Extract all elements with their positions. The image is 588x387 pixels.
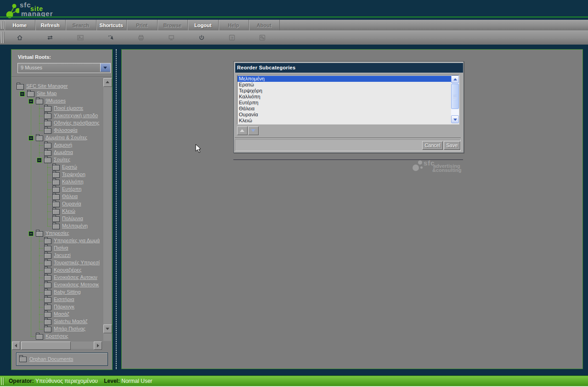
tree-row: Θάλεια [12,193,102,200]
menu-item-home[interactable]: Home [5,20,35,30]
collapse-icon[interactable] [28,99,34,104]
tree-item-link[interactable]: Jacuzzi [54,252,71,258]
menu-item-logout[interactable]: Logout [188,20,219,30]
tree-item-link[interactable]: Τερψιχόρη [62,171,85,177]
tree-item-link[interactable]: Μπάρ Πισίνας [54,326,85,331]
collapse-icon[interactable] [28,231,34,236]
menu-item-shortcuts[interactable]: Shortcuts [96,20,127,30]
tree-row: Μασάζ [12,311,102,318]
tree-item-link[interactable]: Ποιοί είμαστε [54,105,83,111]
orphan-documents-panel[interactable]: Orphan Documents [16,353,108,366]
panel-splitter[interactable] [116,49,117,369]
menubar-grip[interactable] [1,21,4,29]
tree-item-link[interactable]: Θάλεια [62,194,78,199]
shortcuts-tool-button[interactable] [96,30,126,45]
folder-icon [19,357,27,362]
tree-item-link[interactable]: 9Musses [45,98,66,103]
subcategories-listbox[interactable]: ΜελπομένηΕρατώΤερψιχόρηΚαλλιόπηΕυτέρπηΘά… [237,75,459,125]
tree-vertical-scrollbar[interactable] [103,78,111,341]
tree-item-link[interactable]: Κρουαζιέρες [54,267,82,273]
menu-item-refresh[interactable]: Refresh [35,20,66,30]
tree-connector-stub [39,108,43,109]
tree-item-link[interactable]: Υπηρεσίες [45,230,69,236]
collapse-icon[interactable] [20,91,25,97]
tree-connector-stub [39,285,43,285]
folder-icon [52,187,60,193]
tree-connector-stub [39,270,43,271]
listbox-item[interactable]: Κλειώ [237,118,459,124]
refresh-tool-button[interactable] [35,30,65,45]
listbox-item[interactable]: Καλλιόπη [237,94,459,100]
listbox-item[interactable]: Ερατώ [237,82,459,88]
scroll-left-icon[interactable] [12,341,20,350]
scroll-right-icon[interactable] [94,341,102,350]
menu-item-browse: Browse [158,20,188,30]
tree-item-link[interactable]: Φιλοσοφία [54,127,78,133]
chevron-down-icon[interactable] [100,63,110,72]
scroll-down-icon[interactable] [103,324,112,333]
tree-item-link[interactable]: Τουριστικές Υπηρεσί [54,260,100,265]
search-icon [77,34,84,41]
tree-row: SFC Site Manager [12,83,102,90]
hscroll-thumb[interactable] [21,341,71,350]
folder-icon [44,275,51,281]
tree-horizontal-scrollbar[interactable] [12,341,102,349]
save-button[interactable]: Save [444,141,460,150]
folder-icon [44,121,51,126]
tree-item-link[interactable]: Διαμονή [54,142,72,148]
collapse-icon[interactable] [28,136,34,141]
tree-row: Ενοικιάσεις Αυτοκιν [12,274,102,281]
tree-item-link[interactable]: Μελπομένη [62,223,88,228]
statusbar-grip [1,377,4,385]
tree-item-link[interactable]: Πισίνα [54,245,68,250]
virtual-roots-select[interactable]: 9 Musses [17,63,111,73]
tree-item-link[interactable]: Κλειώ [62,208,75,214]
move-down-button[interactable] [248,126,259,135]
tree-connector-stub [39,248,43,249]
tree-item-link[interactable]: Πολύμνια [62,216,83,221]
folder-icon [44,327,51,332]
tree-connector-stub [47,226,51,227]
tree-item-link[interactable]: Μασάζ [54,311,69,317]
orphan-documents-link[interactable]: Orphan Documents [29,356,73,362]
scroll-up-icon[interactable] [103,78,112,87]
tree-item-link[interactable]: Υλικοτεχνική υποδο [54,113,98,118]
tree-item-link[interactable]: Σουίτες [54,157,70,162]
listbox-item[interactable]: Θάλεια [237,106,459,112]
tree-item-link[interactable]: Ενοικιάσεις Αυτοκιν [54,274,97,280]
tree-item-link[interactable]: Δωμάτια & Σουίτες [45,135,87,140]
icon-toolbar: ? [0,30,588,45]
tree-item-link[interactable]: Εισιτήρια [54,296,74,302]
tree-item-link[interactable]: Υπηρεσίες για Δωμά [54,238,100,243]
listbox-item[interactable]: Τερψιχόρη [237,88,459,94]
toolbar-grip[interactable] [1,32,4,43]
listbox-item[interactable]: Ουρανία [237,112,459,118]
tree-item-link[interactable]: Ευτέρπη [62,186,81,192]
folder-icon [44,305,51,310]
tree-item-link[interactable]: Baby Sitting [54,289,81,295]
tree-item-link[interactable]: Καλλιόπη [62,179,84,184]
listbox-item[interactable]: Μελπομένη [237,76,451,82]
tree-item-link[interactable]: Ουρανία [62,201,81,206]
tree-item-link[interactable]: Site Map [37,91,57,96]
home-icon [16,34,23,41]
cancel-button[interactable]: Cancel [422,141,443,150]
tree-row: Εισιτήρια [12,296,102,303]
tree-connector-stub [39,256,43,256]
tree-item-link[interactable]: Δωμάτια [54,149,73,155]
logout-tool-button[interactable] [187,30,217,45]
tree-item-link[interactable]: Κρατήσεις [45,333,68,339]
tree-item-link[interactable]: Οδηγίες πρόσβασης [54,120,100,125]
move-up-button[interactable] [237,126,248,135]
listbox-item[interactable]: Ευτέρπη [237,100,459,106]
home-tool-button[interactable] [5,30,35,45]
collapse-icon[interactable] [37,158,42,163]
tree-item-link[interactable]: Ενοικιάσεις Μοτοσικ [54,282,99,287]
tree-item-link[interactable]: Πάρκινγκ [54,304,74,309]
logo-text-sfc: sfc [20,1,31,9]
tree-item-link[interactable]: SFC Site Manager [26,83,68,89]
tree-item-link[interactable]: Ερατώ [62,164,77,170]
folder-icon [44,150,51,156]
folder-icon [52,216,60,222]
tree-item-link[interactable]: Siatchu Μασάζ [54,319,87,324]
